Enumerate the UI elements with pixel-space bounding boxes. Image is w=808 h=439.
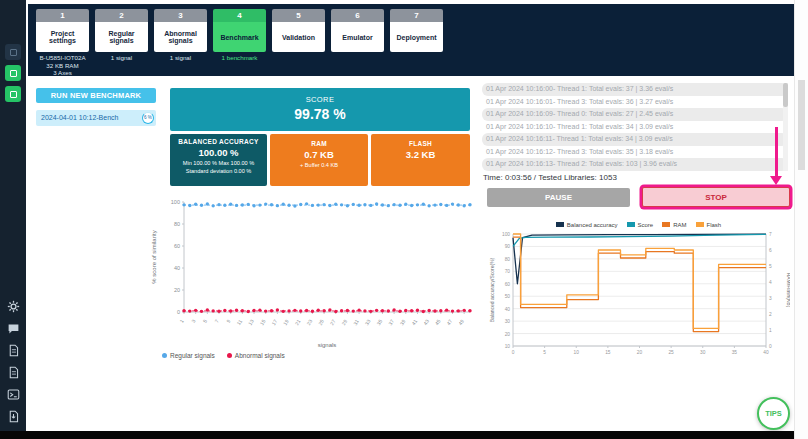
step-label: Abnormal signals <box>154 22 207 52</box>
svg-text:7: 7 <box>769 232 772 237</box>
step-subtext: B-U585I-IOT02A 32 KB RAM 3 Axes <box>36 54 89 77</box>
svg-text:33: 33 <box>364 318 372 326</box>
legend-item[interactable]: Score <box>627 222 654 228</box>
svg-text:1: 1 <box>769 328 772 333</box>
benchmark-legend: Balanced accuracyScoreRAMFlash <box>487 222 790 228</box>
svg-text:15: 15 <box>259 318 267 326</box>
log-line: 01 Apr 2024 10:16:00- Thread 1: Total ev… <box>482 83 788 96</box>
svg-text:0: 0 <box>512 350 515 355</box>
benchmark-list-item[interactable]: 2024-04-01 10:12-Bench 6 % <box>36 110 156 126</box>
export-icon[interactable] <box>7 410 20 423</box>
legend-item[interactable]: Balanced accuracy <box>556 222 618 228</box>
svg-text:39: 39 <box>399 318 407 326</box>
svg-text:45: 45 <box>434 318 442 326</box>
svg-text:1: 1 <box>178 318 185 324</box>
legend-item[interactable]: RAM <box>662 222 686 228</box>
score-title: SCORE <box>170 95 470 104</box>
step-label: Validation <box>272 22 325 52</box>
svg-text:29: 29 <box>340 318 348 326</box>
svg-text:20: 20 <box>505 332 511 337</box>
benchmark-status-text: Time: 0:03:56 / Tested Libraries: 1053 <box>483 173 617 182</box>
svg-text:Balanced accuracy/Score(%): Balanced accuracy/Score(%) <box>489 257 495 322</box>
legend-item[interactable]: Flash <box>696 222 722 228</box>
svg-text:27: 27 <box>329 318 337 326</box>
project-indicator-icon[interactable] <box>5 65 21 81</box>
tips-button[interactable]: TIPS <box>757 397 790 430</box>
svg-text:6: 6 <box>769 248 772 253</box>
benchmark-progress-spinner: 6 % <box>142 112 154 124</box>
step-subtext: 1 benchmark <box>213 54 266 62</box>
step-validation[interactable]: 5 Validation <box>272 9 325 76</box>
svg-text:35: 35 <box>375 318 383 326</box>
svg-text:37: 37 <box>387 318 395 326</box>
project-indicator-icon[interactable] <box>5 86 21 102</box>
step-label: Regular signals <box>95 22 148 52</box>
step-label: Emulator <box>331 22 384 52</box>
log-line: 01 Apr 2024 10:16:09- Thread 0: Total ev… <box>482 108 788 121</box>
step-emulator[interactable]: 6 Emulator <box>331 9 384 76</box>
score-value: 99.78 % <box>170 106 470 122</box>
step-number: 5 <box>272 9 325 22</box>
step-project-settings[interactable]: 1 Project settings B-U585I-IOT02A 32 KB … <box>36 9 89 76</box>
log-line: 01 Apr 2024 10:16:10- Thread 1: Total ev… <box>482 121 788 134</box>
svg-text:23: 23 <box>305 318 313 326</box>
legend-swatch-icon <box>556 222 564 227</box>
svg-text:60: 60 <box>505 282 511 287</box>
benchmark-item-name: 2024-04-01 10:12-Bench <box>41 114 118 121</box>
legend-item[interactable]: Abnormal signals <box>227 352 285 359</box>
app-window: 1 Project settings B-U585I-IOT02A 32 KB … <box>0 0 808 439</box>
legend-swatch-icon <box>696 222 704 227</box>
log-line: 01 Apr 2024 10:16:12- Thread 3: Total ev… <box>482 146 788 159</box>
svg-text:80: 80 <box>505 257 511 262</box>
svg-text:70: 70 <box>505 269 511 274</box>
log-line: 01 Apr 2024 10:16:11- Thread 1: Total ev… <box>482 133 788 146</box>
step-regular-signals[interactable]: 2 Regular signals 1 signal <box>95 9 148 76</box>
step-number: 2 <box>95 9 148 22</box>
svg-text:20: 20 <box>637 350 643 355</box>
svg-text:40: 40 <box>505 307 511 312</box>
ram-card: RAM 0.7 KB + Buffer 0.4 KB <box>270 134 368 186</box>
window-scrollbar-thumb[interactable] <box>798 80 805 170</box>
legend-swatch-icon <box>662 222 670 227</box>
svg-text:40: 40 <box>174 265 180 271</box>
similarity-chart: 0204060801001357911131517192123252729313… <box>148 196 480 348</box>
svg-text:50: 50 <box>505 294 511 299</box>
step-number: 6 <box>331 9 384 22</box>
step-deployment[interactable]: 7 Deployment <box>390 9 443 76</box>
step-subtext: 1 signal <box>154 54 207 62</box>
metric-title: FLASH <box>371 140 470 147</box>
balanced-accuracy-card: BALANCED ACCURACY 100.00 % Min 100.00 % … <box>170 134 267 186</box>
log-scrollbar-thumb[interactable] <box>783 83 788 107</box>
document-icon[interactable] <box>7 344 20 357</box>
sidebar-bottom-group <box>0 300 26 423</box>
svg-text:35: 35 <box>732 350 738 355</box>
chat-icon[interactable] <box>7 322 20 335</box>
legend-item[interactable]: Regular signals <box>162 352 215 359</box>
step-number: 1 <box>36 9 89 22</box>
pause-button[interactable]: PAUSE <box>487 188 630 207</box>
step-benchmark[interactable]: 4 Benchmark 1 benchmark <box>213 9 266 76</box>
benchmark-log: 01 Apr 2024 10:16:00- Thread 1: Total ev… <box>482 83 788 171</box>
window-scrollbar[interactable] <box>794 0 808 439</box>
log-scrollbar[interactable] <box>783 83 788 171</box>
annotation-arrow-head <box>770 176 782 185</box>
svg-text:31: 31 <box>352 318 360 326</box>
svg-text:40: 40 <box>763 350 769 355</box>
svg-text:RAM/Flash(KB): RAM/Flash(KB) <box>786 273 790 308</box>
metric-detail: + Buffer 0.4 KB <box>270 162 368 168</box>
run-new-benchmark-button[interactable]: RUN NEW BENCHMARK <box>36 88 156 103</box>
app-logo-icon[interactable] <box>5 44 21 60</box>
stop-button[interactable]: STOP <box>642 187 790 207</box>
svg-text:43: 43 <box>422 318 430 326</box>
svg-text:5: 5 <box>543 350 546 355</box>
similarity-legend: Regular signalsAbnormal signals <box>162 352 285 359</box>
document-icon[interactable] <box>7 366 20 379</box>
svg-text:30: 30 <box>505 319 511 324</box>
step-label: Deployment <box>390 22 443 52</box>
svg-text:15: 15 <box>605 350 611 355</box>
settings-icon[interactable] <box>7 300 20 313</box>
terminal-icon[interactable] <box>7 388 20 401</box>
metric-title: BALANCED ACCURACY <box>170 138 267 145</box>
step-abnormal-signals[interactable]: 3 Abnormal signals 1 signal <box>154 9 207 76</box>
svg-text:signals: signals <box>318 342 337 348</box>
